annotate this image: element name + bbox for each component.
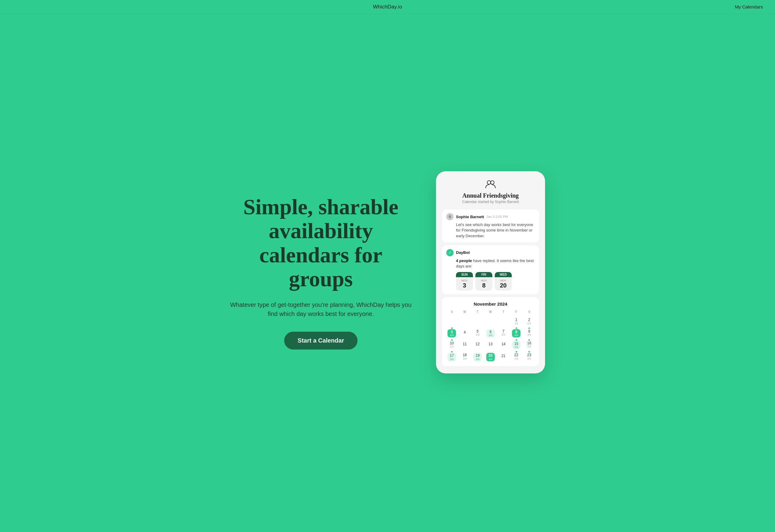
calendar-cell: 7 3/4 xyxy=(497,327,509,338)
calendar-cell: 3 4/4 xyxy=(446,327,458,338)
calendar-cell xyxy=(497,315,509,326)
calendar-day-header: F xyxy=(510,310,523,315)
sender-name: Sophie Barnett xyxy=(456,215,484,219)
calendar-cell: 11 xyxy=(459,339,471,350)
calendar-cell: 6 3/4 xyxy=(484,327,497,338)
calendar-cell: 10 1/4 xyxy=(446,339,458,350)
calendar-cell xyxy=(484,315,497,326)
calendar-day-header: T xyxy=(471,310,484,315)
hero-section: Simple, sharable availability calendars … xyxy=(230,195,412,350)
calendar-cell: 23 2/4 xyxy=(523,350,535,362)
calendar-cell: 16 2/4 xyxy=(523,339,535,350)
calendar-cell: 17 3/4 xyxy=(446,350,458,362)
calendar-cell: 2 2/4 xyxy=(523,315,535,326)
calendar-cell xyxy=(459,315,471,326)
message-time: Jan 3 2:05 PM xyxy=(486,215,508,218)
calendar-day-header: S xyxy=(446,310,458,315)
sender-avatar: S xyxy=(446,213,453,220)
navbar: WhichDay.io My Calendars xyxy=(0,0,775,14)
calendar-day-header: W xyxy=(484,310,497,315)
calendar-cell: 18 1/4 xyxy=(459,350,471,362)
phone-mockup: Annual Friendsgiving Calendar started by… xyxy=(436,171,545,373)
start-calendar-button[interactable]: Start a Calendar xyxy=(284,332,357,350)
calendar-cell: 8 4/4 xyxy=(510,327,523,338)
daybot-name: DayBot xyxy=(456,250,470,255)
calendar-day-header: S xyxy=(523,310,535,315)
daybot-icon: ✓ xyxy=(446,249,453,256)
calendar-cell: 19 3/4 xyxy=(471,350,484,362)
calendar-cell xyxy=(471,315,484,326)
calendar-cell: 22 1/4 xyxy=(510,350,523,362)
calendar-cell: 1 1/4 xyxy=(510,315,523,326)
message-text: Let's see which day works best for every… xyxy=(456,222,535,239)
best-day-pill: FRI NOV 8 xyxy=(475,272,492,291)
calendar-grid: SMTWTFS 1 1/4 2 2/4 3 4/4 xyxy=(446,310,535,362)
best-day-pill: WED NOV 20 xyxy=(495,272,512,291)
card-title: Annual Friendsgiving xyxy=(442,192,539,199)
calendar-cell: 4 xyxy=(459,327,471,338)
calendar-section: November 2024 SMTWTFS 1 1/4 2 2/4 3 4/4 xyxy=(442,297,539,366)
hero-title: Simple, sharable availability calendars … xyxy=(230,195,412,291)
daybot-message: ✓ DayBot 4 people have replied. It seems… xyxy=(442,245,539,294)
main-content: Simple, sharable availability calendars … xyxy=(0,14,775,531)
calendar-cell: 12 xyxy=(471,339,484,350)
calendar-cell: 5 1/4 xyxy=(471,327,484,338)
calendar-cell xyxy=(446,315,458,326)
calendar-day-header: M xyxy=(459,310,471,315)
card-header: Annual Friendsgiving Calendar started by… xyxy=(442,180,539,204)
message-header: S Sophie Barnett Jan 3 2:05 PM xyxy=(446,213,535,220)
site-logo[interactable]: WhichDay.io xyxy=(373,4,402,10)
best-days: SUN NOV 3 FRI NOV 8 WED NOV 20 xyxy=(456,272,535,291)
card-subtitle: Calendar started by Sophie Barnett xyxy=(442,200,539,204)
group-icon xyxy=(442,180,539,190)
calendar-month-title: November 2024 xyxy=(446,301,535,307)
sophie-message: S Sophie Barnett Jan 3 2:05 PM Let's see… xyxy=(442,209,539,242)
calendar-day-header: T xyxy=(497,310,509,315)
calendar-cell: 21 xyxy=(497,350,509,362)
my-calendars-link[interactable]: My Calendars xyxy=(735,4,763,9)
calendar-cell: 13 xyxy=(484,339,497,350)
calendar-cell: 14 xyxy=(497,339,509,350)
daybot-header: ✓ DayBot xyxy=(446,249,535,256)
calendar-cell: 20 4/4 xyxy=(484,350,497,362)
calendar-cell: 9 3/4 xyxy=(523,327,535,338)
calendar-cell: 15 3/4 xyxy=(510,339,523,350)
app-card: Annual Friendsgiving Calendar started by… xyxy=(436,171,545,373)
best-day-pill: SUN NOV 3 xyxy=(456,272,473,291)
hero-subtitle: Whatever type of get-together you're pla… xyxy=(230,300,412,318)
daybot-text: 4 people have replied. It seems like the… xyxy=(456,258,535,269)
